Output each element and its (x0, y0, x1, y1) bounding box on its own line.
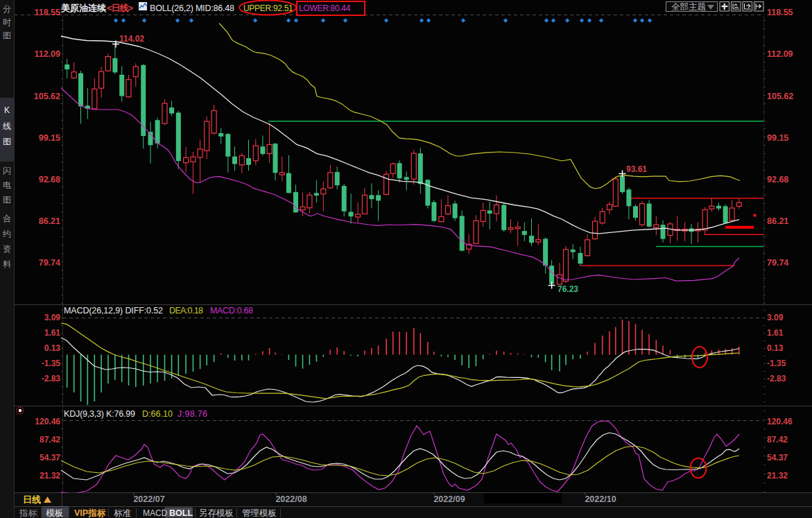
svg-text:线: 线 (3, 121, 11, 131)
svg-text:日线: 日线 (23, 494, 41, 505)
svg-text:79.74: 79.74 (39, 258, 60, 268)
svg-text:105.62: 105.62 (767, 92, 793, 101)
svg-text:0.13: 0.13 (767, 343, 784, 353)
svg-text:54.37: 54.37 (767, 453, 788, 463)
svg-text:BOLL(26,2) MID:86.48: BOLL(26,2) MID:86.48 (150, 3, 234, 13)
svg-text:79.74: 79.74 (767, 258, 788, 268)
svg-text:模板: 模板 (46, 508, 64, 518)
svg-text:54.37: 54.37 (40, 453, 60, 463)
svg-text:VIP指标: VIP指标 (74, 508, 106, 518)
svg-text:管理模板: 管理模板 (242, 508, 277, 518)
svg-text:MACD(26,12,9) DIFF:0.52: MACD(26,12,9) DIFF:0.52 (64, 306, 163, 316)
svg-text:KDJ(9,3,3) K:76.99: KDJ(9,3,3) K:76.99 (64, 409, 135, 419)
svg-text:BOLL: BOLL (169, 508, 193, 518)
svg-text:合: 合 (3, 214, 11, 223)
svg-text:87.42: 87.42 (40, 435, 60, 444)
svg-text:118.55: 118.55 (767, 8, 793, 17)
svg-text:UPPER:92.51: UPPER:92.51 (243, 3, 293, 13)
svg-text:LOWER:80.44: LOWER:80.44 (299, 3, 351, 13)
svg-text:21.32: 21.32 (40, 471, 60, 481)
svg-text:1.61: 1.61 (44, 328, 61, 338)
svg-text:分: 分 (3, 4, 11, 14)
svg-text:-2.83: -2.83 (767, 374, 786, 383)
svg-text:-2.83: -2.83 (42, 374, 61, 383)
svg-text:K: K (4, 105, 10, 115)
svg-text:<日线>: <日线> (107, 3, 133, 13)
svg-text:2022/09: 2022/09 (433, 494, 465, 504)
svg-text:图: 图 (3, 137, 11, 146)
svg-text:3.09: 3.09 (44, 313, 61, 322)
svg-text:约: 约 (3, 229, 11, 239)
svg-text:美原油连续: 美原油连续 (60, 3, 107, 13)
svg-text:料: 料 (3, 259, 11, 269)
svg-text:118.55: 118.55 (34, 8, 60, 17)
svg-text:86.21: 86.21 (767, 216, 788, 226)
svg-text:87.42: 87.42 (767, 435, 788, 444)
svg-text:2022/07: 2022/07 (133, 494, 164, 504)
svg-text:92.68: 92.68 (39, 175, 60, 184)
svg-text:标准: 标准 (114, 508, 131, 518)
svg-text:-1.35: -1.35 (767, 359, 786, 368)
svg-text:93.61: 93.61 (626, 164, 647, 174)
svg-text:1.61: 1.61 (767, 328, 784, 338)
svg-text:114.02: 114.02 (119, 34, 144, 44)
svg-text:时: 时 (3, 17, 11, 27)
svg-text:电: 电 (3, 180, 11, 190)
svg-text:图: 图 (3, 195, 11, 205)
svg-text:3.09: 3.09 (767, 313, 784, 322)
svg-text:105.62: 105.62 (34, 92, 60, 101)
svg-text:DEA:0.18: DEA:0.18 (169, 306, 203, 316)
svg-text:J:98.76: J:98.76 (178, 409, 207, 419)
svg-text:112.09: 112.09 (34, 49, 60, 59)
svg-text:资: 资 (3, 244, 11, 254)
svg-text:120.46: 120.46 (35, 417, 60, 426)
svg-text:92.68: 92.68 (767, 175, 788, 184)
svg-text:0.13: 0.13 (44, 343, 61, 353)
svg-text:2022/08: 2022/08 (275, 494, 306, 504)
svg-text:MACD:0.68: MACD:0.68 (210, 306, 253, 316)
svg-text:86.21: 86.21 (39, 216, 60, 226)
svg-text:闪: 闪 (3, 166, 11, 175)
svg-text:21.32: 21.32 (767, 471, 788, 481)
svg-text:图: 图 (3, 31, 11, 40)
svg-text:120.46: 120.46 (767, 417, 793, 426)
svg-text:MACD: MACD (143, 508, 168, 518)
svg-text:76.23: 76.23 (558, 284, 578, 294)
svg-text:-1.35: -1.35 (42, 359, 61, 368)
svg-text:99.15: 99.15 (39, 133, 60, 143)
svg-text:D:66.10: D:66.10 (142, 409, 173, 419)
svg-text:2022/10: 2022/10 (585, 494, 616, 504)
svg-text:另存模板: 另存模板 (199, 508, 234, 518)
svg-text:99.15: 99.15 (767, 133, 788, 143)
svg-text:112.09: 112.09 (767, 49, 793, 59)
svg-text:指标: 指标 (19, 508, 37, 518)
svg-text:全部主题: 全部主题 (671, 2, 706, 12)
